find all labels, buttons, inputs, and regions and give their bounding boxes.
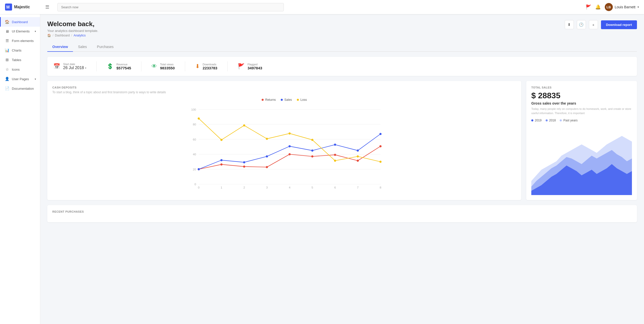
start-date-value[interactable]: 26 Jul 2018 ▾ [63, 66, 86, 70]
sidebar-label-ui: UI Elements [12, 29, 30, 33]
legend-2019: 2019 [531, 119, 542, 122]
legend-loss: Loss [297, 98, 307, 102]
sidebar-item-icons[interactable]: ☆ Icons [0, 65, 40, 74]
tab-overview[interactable]: Overview [47, 42, 73, 52]
views-icon: 👁 [151, 63, 157, 70]
chart-legend: Returns Sales Loss [52, 98, 516, 102]
dot-2018 [546, 119, 548, 121]
charts-icon: 📊 [5, 48, 9, 53]
logo: M Majestic [5, 4, 45, 11]
breadcrumb-sep2: / [71, 34, 72, 37]
charts-row: CASH DEPOSITS To start a blog, think of … [47, 81, 637, 200]
sidebar-label-user: User Pages [12, 77, 29, 81]
main-layout: 🏠 Dashboard 🖥 UI Elements ▾ ☰ Form eleme… [0, 14, 644, 324]
sidebar: 🏠 Dashboard 🖥 UI Elements ▾ ☰ Form eleme… [0, 14, 40, 324]
total-sales-title: TOTAL SALES [531, 86, 632, 89]
svg-point-45 [289, 132, 291, 135]
cash-deposits-card: CASH DEPOSITS To start a blog, think of … [47, 81, 521, 200]
breadcrumb-current: Analytics [73, 34, 86, 37]
downloads-value: 2233783 [203, 66, 217, 70]
legend-2018: 2018 [546, 119, 556, 122]
sidebar-item-documentation[interactable]: 📄 Documentation [0, 84, 40, 93]
add-icon-btn[interactable]: + [589, 20, 598, 29]
flagged-label: Flagged [248, 63, 262, 66]
chevron-right-icon: ▾ [35, 30, 36, 33]
svg-text:7: 7 [357, 186, 359, 189]
user-menu[interactable]: LB Louis Barnett ▾ [605, 3, 639, 11]
svg-text:5: 5 [311, 186, 313, 189]
svg-text:100: 100 [191, 108, 196, 111]
search-input[interactable] [57, 3, 284, 11]
avatar: LB [605, 3, 613, 11]
ui-icon: 🖥 [5, 29, 9, 33]
svg-point-44 [266, 138, 268, 140]
sidebar-item-charts[interactable]: 📊 Charts [0, 45, 40, 55]
hamburger-icon[interactable]: ☰ [45, 4, 49, 10]
sidebar-label-charts: Charts [12, 49, 21, 52]
svg-point-24 [220, 163, 223, 166]
svg-point-43 [243, 124, 245, 127]
sales-amount: $ 28835 [531, 91, 632, 100]
tab-purchases[interactable]: Purchases [92, 42, 118, 52]
download-icon-btn[interactable]: ⬇ [565, 20, 574, 29]
sidebar-item-dashboard[interactable]: 🏠 Dashboard [0, 17, 40, 27]
sales-desc: Today, many people rely on computers to … [531, 107, 632, 115]
stat-views-info: Total views 9833550 [160, 63, 175, 70]
stats-row: 📅 Start date 26 Jul 2018 ▾ 💲 Revenue $57… [47, 57, 637, 76]
svg-text:8: 8 [380, 186, 381, 189]
stat-flagged: 🚩 Flagged 3497843 [238, 63, 262, 70]
svg-text:60: 60 [193, 138, 196, 141]
sidebar-label-icons: Icons [12, 68, 20, 71]
logo-icon: M [5, 4, 12, 11]
area-chart-wrap [531, 125, 632, 195]
svg-point-38 [334, 144, 336, 146]
sales-legend: 2019 2018 Past years [531, 119, 632, 122]
svg-text:4: 4 [289, 186, 291, 189]
form-icon: ☰ [5, 38, 9, 43]
page-title-area: Welcome back, Your analytics dashboard t… [47, 20, 98, 37]
chevron-down-icon: ▾ [637, 5, 639, 9]
svg-point-33 [220, 159, 223, 161]
sidebar-item-tables[interactable]: ⊞ Tables [0, 55, 40, 65]
sidebar-item-user-pages[interactable]: 👤 User Pages ▾ [0, 74, 40, 84]
line-chart-wrap: 100 80 60 40 20 0 0 1 2 3 4 5 6 [52, 104, 516, 190]
stat-downloads: ⬇ Downloads 2233783 [195, 63, 217, 70]
svg-point-26 [266, 166, 268, 168]
clock-icon-btn[interactable]: 🕐 [577, 20, 586, 29]
user-name: Louis Barnett [615, 5, 636, 9]
tab-sales[interactable]: Sales [73, 42, 92, 52]
svg-point-25 [243, 165, 245, 168]
svg-text:2: 2 [243, 186, 245, 189]
icons-icon: ☆ [5, 67, 9, 72]
sidebar-item-form-elements[interactable]: ☰ Form elements [0, 36, 40, 45]
tabs: Overview Sales Purchases [47, 42, 637, 52]
svg-point-35 [266, 155, 268, 158]
notifications-icon[interactable]: 🔔 [595, 4, 601, 10]
page-subtitle: Your analytics dashboard template. [47, 29, 98, 33]
svg-point-46 [311, 139, 313, 141]
svg-point-47 [334, 160, 336, 162]
returns-dot [262, 99, 264, 101]
breadcrumb-parent[interactable]: Dashboard [55, 34, 70, 37]
recent-purchases-title: RECENT PURCHASES [52, 210, 632, 213]
label-2018: 2018 [549, 119, 556, 122]
flagged-value: 3497843 [248, 66, 262, 70]
tables-icon: ⊞ [5, 58, 9, 62]
svg-point-28 [311, 155, 313, 158]
search-bar [57, 3, 284, 11]
svg-text:0: 0 [198, 186, 200, 189]
svg-text:20: 20 [193, 168, 196, 171]
svg-point-37 [311, 150, 313, 152]
divider-1 [96, 61, 97, 71]
messages-icon[interactable]: 🚩 [586, 4, 591, 10]
topbar-right: 🚩 🔔 LB Louis Barnett ▾ [586, 3, 639, 11]
revenue-value: $577545 [116, 66, 131, 70]
downloads-icon: ⬇ [195, 63, 200, 70]
sidebar-item-ui-elements[interactable]: 🖥 UI Elements ▾ [0, 27, 40, 36]
home-breadcrumb-icon: 🏠 [47, 34, 51, 37]
stat-revenue-info: Revenue $577545 [116, 63, 131, 70]
stat-flagged-info: Flagged 3497843 [248, 63, 262, 70]
legend-sales: Sales [281, 98, 292, 102]
svg-text:1: 1 [221, 186, 222, 189]
download-report-button[interactable]: Download report [601, 20, 637, 29]
